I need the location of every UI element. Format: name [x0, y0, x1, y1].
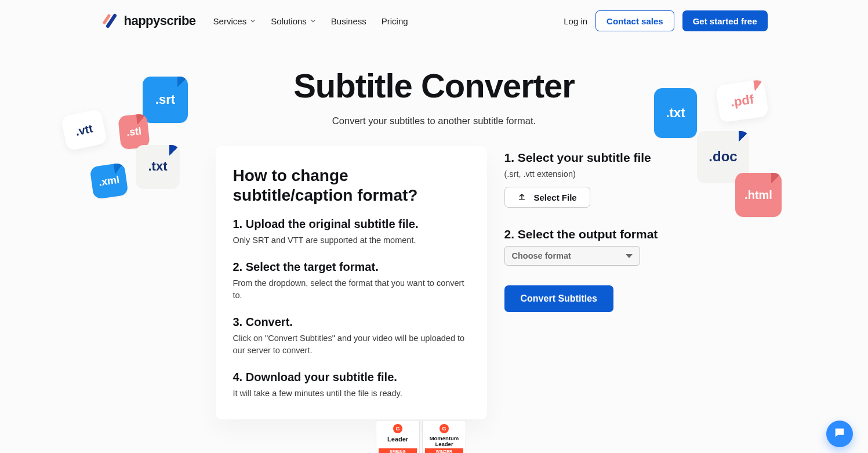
convert-button[interactable]: Convert Subtitles: [504, 285, 613, 312]
select-file-label: Select File: [534, 193, 577, 202]
top-nav: happyscribe Services Solutions Business …: [101, 0, 768, 31]
g2-leader-period: SPRING: [379, 448, 417, 453]
page-title: Subtitle Converter: [0, 66, 868, 105]
chip-xml: .xml: [89, 162, 128, 200]
g2-logo-icon: G: [440, 424, 449, 433]
contact-sales-button[interactable]: Contact sales: [595, 10, 674, 31]
main: How to change subtitle/caption format? 1…: [101, 146, 768, 419]
chip-txt-left: .txt: [136, 145, 180, 188]
howto-step-title: 4. Download your subtitle file.: [233, 371, 470, 384]
g2-momentum-title: Momentum Leader: [423, 436, 466, 448]
g2-momentum-period: WINTER: [425, 448, 463, 453]
g2-logo-icon: G: [393, 424, 402, 433]
nav-services[interactable]: Services: [213, 16, 256, 26]
howto-title: How to change subtitle/caption format?: [233, 166, 470, 205]
get-started-button[interactable]: Get started free: [682, 10, 768, 31]
g2-momentum-badge: G Momentum Leader WINTER: [422, 420, 466, 453]
nav-business[interactable]: Business: [331, 16, 366, 26]
chip-html: .html: [735, 173, 782, 217]
howto-step-3: 3. Convert. Click on "Convert Subtitles"…: [233, 316, 470, 357]
howto-step-desc: Click on "Convert Subtitles" and your vi…: [233, 332, 470, 357]
g2-badges: G Leader SPRING G Momentum Leader WINTER: [376, 420, 466, 453]
howto-step-title: 1. Upload the original subtitle file.: [233, 218, 470, 231]
chevron-down-icon: [310, 18, 316, 24]
hero: Subtitle Converter Convert your subtitle…: [0, 66, 868, 126]
howto-step-desc: It will take a few minutes until the fil…: [233, 387, 470, 400]
page-subtitle: Convert your subtitles to another subtit…: [0, 115, 868, 126]
upload-icon: [518, 193, 526, 201]
howto-step-2: 2. Select the target format. From the dr…: [233, 260, 470, 302]
howto-step-4: 4. Download your subtitle file. It will …: [233, 371, 470, 400]
nav-pricing[interactable]: Pricing: [382, 16, 408, 26]
dropdown-triangle-icon: [626, 254, 633, 258]
g2-leader-badge: G Leader SPRING: [376, 420, 420, 453]
output-format-select[interactable]: Choose format: [504, 246, 640, 266]
brand-name: happyscribe: [124, 13, 196, 28]
howto-step-title: 3. Convert.: [233, 316, 470, 329]
g2-leader-title: Leader: [376, 436, 419, 443]
logo-mark-icon: [101, 12, 118, 30]
howto-step-1: 1. Upload the original subtitle file. On…: [233, 218, 470, 247]
panel-step2-title: 2. Select the output format: [504, 227, 768, 241]
howto-step-desc: From the dropdown, select the format tha…: [233, 277, 470, 302]
brand-logo[interactable]: happyscribe: [101, 12, 196, 30]
howto-step-desc: Only SRT and VTT are supported at the mo…: [233, 234, 470, 247]
select-file-button[interactable]: Select File: [504, 187, 590, 208]
howto-step-title: 2. Select the target format.: [233, 260, 470, 274]
format-placeholder: Choose format: [512, 251, 571, 260]
chevron-down-icon: [250, 18, 256, 24]
howto-card: How to change subtitle/caption format? 1…: [216, 146, 487, 419]
help-chat-button[interactable]: [826, 421, 853, 447]
chat-icon: [833, 426, 846, 441]
panel-step-2: 2. Select the output format Choose forma…: [504, 227, 768, 266]
nav-solutions[interactable]: Solutions: [271, 16, 316, 26]
nav-links: Services Solutions Business Pricing: [213, 16, 408, 26]
login-link[interactable]: Log in: [564, 16, 587, 26]
